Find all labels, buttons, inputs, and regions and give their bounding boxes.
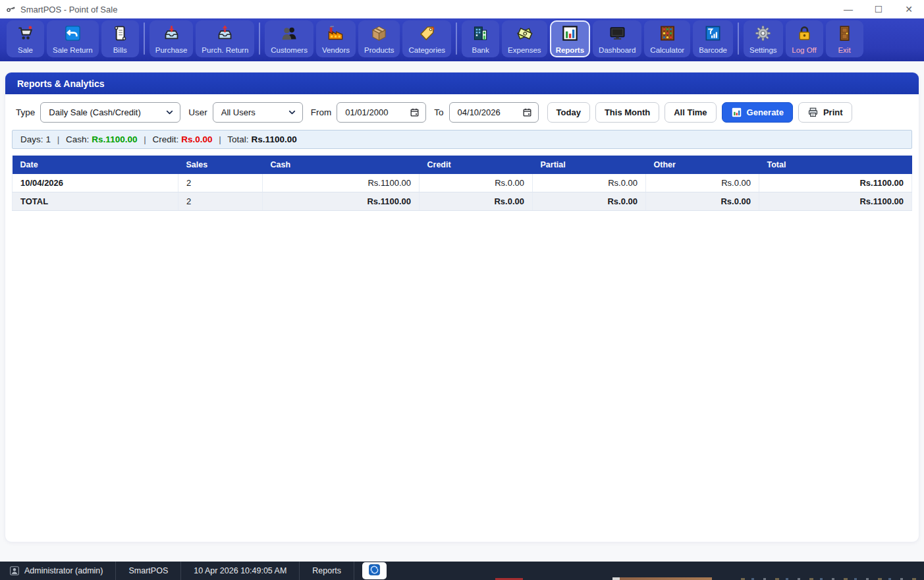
report-type-select[interactable]: Daily Sale (Cash/Credit) [40,102,180,123]
toolbar-button-sale[interactable]: Sale [7,20,44,57]
summary-separator: | [219,134,221,144]
toolbar-label: Reports [556,46,584,54]
days-value: 1 [46,134,51,144]
printer-icon [807,107,819,118]
content-area: Reports & Analytics Type Daily Sale (Cas… [0,61,924,562]
status-app-name: SmartPOS [116,566,180,575]
col-total: Total [759,156,912,174]
from-label: From [311,107,332,117]
toolbar-button-dashboard[interactable]: Dashboard [593,20,641,57]
cell-partial: Rs.0.00 [533,174,646,192]
col-date: Date [13,156,178,174]
toolbar-divider [259,22,260,55]
chart-icon [731,107,742,118]
all-time-button[interactable]: All Time [665,102,716,123]
toolbar-button-exit[interactable]: Exit [826,20,863,57]
cash-value: Rs.1100.00 [92,134,137,144]
toolbar-button-categories[interactable]: Categories [402,20,451,57]
lock-icon [796,24,813,45]
table-header: Date Sales Cash Credit Partial Other Tot… [13,156,912,174]
cell-total: Rs.1100.00 [759,192,912,211]
toolbar-label: Expenses [508,46,541,54]
cell-other: Rs.0.00 [646,192,759,211]
user-select-value: All Users [221,107,256,117]
titlebar: SmartPOS - Point of Sale — ☐ ✕ [0,0,924,18]
cell-date: TOTAL [13,192,178,211]
toolbar-button-purchase-return[interactable]: Purch. Return [196,20,254,57]
window-controls: — ☐ ✕ [833,0,924,18]
toolbar-label: Bank [472,46,489,54]
toolbar-label: Sale [18,46,33,54]
box-icon [370,24,388,45]
calendar-icon [410,107,420,117]
toolbar-label: Barcode [699,46,727,54]
minimize-button[interactable]: — [833,0,863,18]
cell-credit: Rs.0.00 [420,192,533,211]
toolbar-button-barcode[interactable]: Barcode [693,20,733,57]
toolbar-button-reports[interactable]: Reports [550,20,590,57]
toolbar-button-calculator[interactable]: Calculator [644,20,690,57]
toolbar-label: Customers [271,46,308,54]
total-value: Rs.1100.00 [252,134,297,144]
toolbar-button-expenses[interactable]: Expenses [502,20,547,57]
cell-cash: Rs.1100.00 [263,192,420,211]
status-bar: Administrator (admin) SmartPOS 10 Apr 20… [0,562,924,580]
from-date-input[interactable]: 01/01/2000 [337,102,426,123]
filter-bar: Type Daily Sale (Cash/Credit) User All U… [5,94,919,123]
days-label: Days: [20,134,43,144]
toolbar-label: Exit [838,46,850,54]
smartpos-window: SmartPOS - Point of Sale — ☐ ✕ Sale Sale… [0,0,924,580]
toolbar-button-bank[interactable]: Bank [462,20,499,57]
window-title: SmartPOS - Point of Sale [20,5,117,14]
maximize-button[interactable]: ☐ [863,0,894,18]
col-partial: Partial [533,156,646,174]
status-separator [354,562,354,580]
taskbar-app-button[interactable] [362,562,387,579]
sync-icon [368,564,381,578]
to-label: To [434,107,443,117]
toolbar-button-products[interactable]: Products [358,20,400,57]
toolbar-button-bills[interactable]: Bills [101,20,139,57]
toolbar-button-sale-return[interactable]: Sale Return [47,20,99,57]
table-total-row: TOTAL 2 Rs.1100.00 Rs.0.00 Rs.0.00 Rs.0.… [13,192,912,211]
summary-separator: | [57,134,60,144]
people-icon [281,24,298,45]
close-button[interactable]: ✕ [894,0,924,18]
toolbar-button-settings[interactable]: Settings [744,20,783,57]
cell-other: Rs.0.00 [646,174,759,192]
cash-label: Cash: [66,134,89,144]
tray-up-icon [216,24,234,45]
factory-icon [327,24,344,45]
summary-bar: Days:1 | Cash:Rs.1100.00 | Credit:Rs.0.0… [12,130,912,149]
to-date-input[interactable]: 04/10/2026 [449,102,539,123]
print-label: Print [823,107,843,117]
user-select[interactable]: All Users [213,102,303,123]
calendar-icon [522,107,532,117]
toolbar-button-purchase[interactable]: Purchase [149,20,194,57]
toolbar-button-vendors[interactable]: Vendors [316,20,356,57]
toolbar-label: Purch. Return [202,46,248,54]
toolbar-button-logoff[interactable]: Log Off [786,20,823,57]
cell-partial: Rs.0.00 [533,192,646,211]
screen-edge-artifact [612,577,620,580]
toolbar-label: Log Off [792,46,817,54]
table-row[interactable]: 10/04/2026 2 Rs.1100.00 Rs.0.00 Rs.0.00 … [13,174,912,192]
monitor-icon [609,24,626,45]
generate-button[interactable]: Generate [722,102,793,123]
cart-icon [16,24,34,45]
reports-panel: Reports & Analytics Type Daily Sale (Cas… [5,72,919,542]
print-button[interactable]: Print [798,102,852,123]
main-toolbar: Sale Sale Return Bills Purchase Purch. R… [0,18,924,61]
summary-separator: | [144,134,146,144]
toolbar-label: Bills [113,46,127,54]
chevron-down-icon [165,108,174,117]
toolbar-label: Settings [749,46,777,54]
toolbar-button-customers[interactable]: Customers [265,20,313,57]
toolbar-label: Sale Return [53,46,93,54]
page-title: Reports & Analytics [17,78,105,89]
today-button[interactable]: Today [547,102,590,123]
status-current-page: Reports [300,566,354,575]
generate-label: Generate [747,107,784,117]
this-month-button[interactable]: This Month [595,102,659,123]
user-label: User [188,107,207,117]
